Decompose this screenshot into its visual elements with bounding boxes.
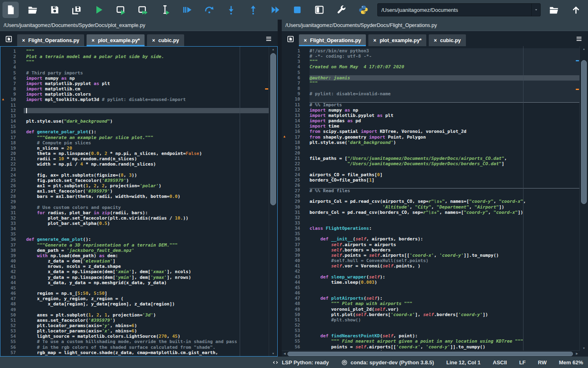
code-line[interactable]: 20 xyxy=(282,150,588,156)
code-line[interactable]: 16from scipy.spatial import KDTree, Voro… xyxy=(282,129,588,134)
code-line[interactable]: 13import matplotlib.pyplot as plt xyxy=(282,113,588,118)
code-line[interactable]: ▲17from shapely.geometry import Point, P… xyxy=(282,135,588,140)
scroll-up-icon[interactable]: ▲ xyxy=(269,47,277,52)
close-icon[interactable]: × xyxy=(373,38,376,43)
code-line[interactable]: 23 xyxy=(282,166,588,172)
code-line[interactable]: 29airports_Col = pd.read_csv(airports_CO… xyxy=(282,199,588,204)
code-line[interactable]: 9import matplotlib.colors xyxy=(0,92,277,97)
code-line[interactable]: 34class FlightOperations: xyxy=(282,226,588,231)
code-line[interactable]: 23 xyxy=(0,167,277,172)
code-line[interactable]: 19 xyxy=(282,145,588,150)
close-icon[interactable]: × xyxy=(91,38,94,43)
code-line[interactable]: 32 plot_bar.set_facecolor(plt.cm.viridis… xyxy=(0,215,277,221)
code-line[interactable]: 8 xyxy=(282,86,588,91)
code-line[interactable]: 39 self.points = self.airports[['coord-x… xyxy=(282,253,588,258)
code-line[interactable]: 14plt.style.use("dark_background") xyxy=(0,119,277,124)
code-line[interactable]: 7""" xyxy=(282,81,588,86)
code-line[interactable]: 48 x_data[region], y_data[region], z_dat… xyxy=(0,301,277,307)
code-line[interactable]: 24airports_CO = file_paths[0] xyxy=(282,172,588,177)
code-line[interactable]: 36 def __init__(self, airports, borders)… xyxy=(282,236,588,242)
code-line[interactable]: 12 xyxy=(0,108,277,113)
step-over-button[interactable] xyxy=(201,2,217,18)
tab-flight-operations-py[interactable]: ×Flight_Operations.py xyxy=(17,34,84,46)
code-line[interactable]: 31 for radius, plot_bar in zip(radii, ba… xyxy=(0,210,277,215)
code-line[interactable]: 55 # To use a custom hillshading mode, o… xyxy=(0,339,277,344)
code-line[interactable]: 4 xyxy=(0,65,277,70)
lsp-status[interactable]: LSP Python: ready xyxy=(272,359,329,366)
code-line[interactable]: 29 xyxy=(0,199,277,204)
code-editor-right[interactable]: 1#!/usr/bin/env python32# -*- coding: ut… xyxy=(282,46,588,357)
save-button[interactable] xyxy=(47,2,63,18)
debug-file-button[interactable] xyxy=(179,2,195,18)
code-line[interactable]: 47 x_region, y_region, z_region = ( xyxy=(0,296,277,301)
save-all-button[interactable] xyxy=(69,2,85,18)
code-line[interactable]: 46 xyxy=(282,290,588,296)
code-line[interactable]: 15import time xyxy=(282,123,588,129)
code-line[interactable]: 42 x_data = np.linspace(dem['xmin'], dem… xyxy=(0,269,277,274)
code-line[interactable]: 22 width = np.pi / 4 * np.random.rand(n_… xyxy=(0,162,277,167)
code-line[interactable]: 36def generate_dem_plot(): xyxy=(0,237,277,242)
code-line[interactable]: 21file_paths = ["/Users/juanitagomez/Doc… xyxy=(282,156,588,161)
scroll-right-icon[interactable]: ▶ xyxy=(574,352,580,355)
code-line[interactable]: 53 xyxy=(282,328,588,333)
code-line[interactable]: 11# %% Imports xyxy=(282,102,588,108)
run-cell-button[interactable] xyxy=(113,2,129,18)
step-out-button[interactable] xyxy=(245,2,261,18)
code-line[interactable]: 45 xyxy=(282,285,588,290)
code-line[interactable]: 42 xyxy=(282,269,588,274)
code-line[interactable]: 25borders_CO=file_paths[1] xyxy=(282,177,588,183)
code-line[interactable]: 44 time.sleep(0.003) xyxy=(282,280,588,285)
scroll-up-icon[interactable]: ▲ xyxy=(580,46,588,52)
scroll-down-icon[interactable]: ▼ xyxy=(580,346,588,351)
code-line[interactable]: 5# Third party imports xyxy=(0,70,277,76)
code-line[interactable]: 30 # Use custom colors and opacity xyxy=(0,205,277,210)
code-line[interactable]: 46 region = np.s_[5:50, 5:50] xyxy=(0,291,277,296)
code-line[interactable]: 14import pandas as pd xyxy=(282,118,588,123)
readwrite-status[interactable]: RW xyxy=(538,359,546,366)
code-line[interactable]: 32 xyxy=(282,215,588,220)
open-file-button[interactable] xyxy=(24,2,41,18)
code-line[interactable]: 40 #self.hull = ConvexHull(self.points) xyxy=(282,258,588,263)
code-line[interactable]: 52 plt.locator_params(axis='y', nbins=6) xyxy=(0,323,277,328)
code-line[interactable]: 28 bars = ax1.bar(theta, radii, width=wi… xyxy=(0,194,277,199)
tab-plot-example-py[interactable]: ×plot_example.py* xyxy=(87,34,145,46)
tab-flight-operations-py[interactable]: ×Flight_Operations.py xyxy=(299,34,366,46)
code-line[interactable]: 17 """Generate an example polar slice pl… xyxy=(0,135,277,140)
code-line[interactable]: 6import numpy as np xyxy=(0,76,277,81)
code-line[interactable]: 38 self.borders = borders xyxy=(282,247,588,253)
code-line[interactable]: 18 # Compute pie slices xyxy=(0,140,277,146)
code-line[interactable]: 43 def sleep_wrapper(self): xyxy=(282,274,588,280)
scrollbar-thumb[interactable] xyxy=(287,352,573,356)
code-line[interactable]: ▲10import mpl_toolkits.mplot3d # pylint:… xyxy=(0,97,277,102)
tab-plot-example-py[interactable]: ×plot_example.py* xyxy=(368,34,426,46)
code-line[interactable]: 6@author: juanis xyxy=(282,75,588,81)
code-line[interactable]: 47 def plotAirports(self): xyxy=(282,296,588,301)
tab-cubic-py[interactable]: ×cubic.py xyxy=(429,34,466,46)
memory-usage[interactable]: Mem 62% xyxy=(559,359,583,366)
code-line[interactable]: 3""" xyxy=(0,59,277,65)
step-into-button[interactable] xyxy=(223,2,239,18)
code-line[interactable]: 15 xyxy=(0,124,277,129)
code-line[interactable]: 41 nrows, ncols = z_data.shape xyxy=(0,264,277,269)
code-line[interactable]: 4Created on Mon May 4 17:07:07 2020 xyxy=(282,64,588,70)
code-line[interactable]: 40 z_data = dem['elevation'] xyxy=(0,258,277,264)
code-line[interactable]: 20 theta = np.linspace(0.0, 2 * np.pi, n… xyxy=(0,151,277,156)
code-line[interactable]: 49 xyxy=(0,307,277,312)
browse-working-dir-button[interactable] xyxy=(546,2,562,18)
code-line[interactable]: 54 def findNearestPointKD(self, point): xyxy=(282,333,588,339)
code-line[interactable]: 30 'Altitude', "City", "Department", "Ai… xyxy=(282,204,588,210)
code-line[interactable]: 34 xyxy=(0,226,277,231)
code-line[interactable]: 7import matplotlib.pyplot as plt xyxy=(0,81,277,86)
run-cell-advance-button[interactable] xyxy=(135,2,151,18)
parent-dir-button[interactable] xyxy=(568,2,584,18)
code-line[interactable]: 19 n_slices = 20 xyxy=(0,146,277,151)
code-line[interactable]: 37 """Generate a 3D reprisentation of a … xyxy=(0,242,277,248)
code-line[interactable]: 45 xyxy=(0,285,277,291)
code-line[interactable]: 44 x_data, y_data = np.meshgrid(x_data, … xyxy=(0,280,277,285)
code-line[interactable]: 1""" xyxy=(0,49,277,54)
code-line[interactable]: 51 axes.set_facecolor('#395979') xyxy=(0,318,277,323)
new-file-button[interactable] xyxy=(2,2,19,18)
conda-status[interactable]: conda: spyder-dev (Python 3.8.5) xyxy=(341,359,434,366)
continue-button[interactable] xyxy=(267,2,283,18)
close-icon[interactable]: × xyxy=(22,38,25,43)
